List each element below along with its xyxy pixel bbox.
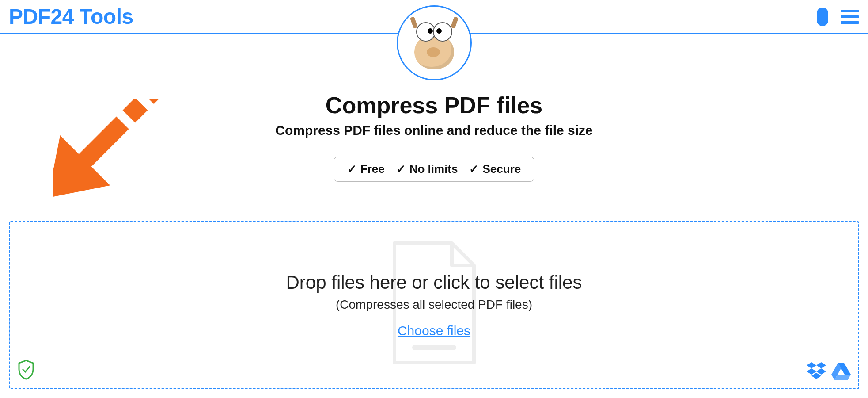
mascot-icon — [397, 5, 472, 80]
dropbox-icon[interactable] — [807, 362, 826, 382]
badge-free: Free — [347, 162, 385, 176]
account-icon[interactable] — [817, 8, 828, 26]
page-subtitle: Compress PDF files online and reduce the… — [0, 123, 868, 138]
svg-marker-5 — [807, 362, 816, 368]
svg-rect-4 — [412, 345, 456, 350]
file-dropzone[interactable]: Drop files here or click to select files… — [9, 221, 859, 389]
page-title: Compress PDF files — [0, 92, 868, 119]
security-shield-icon — [17, 360, 35, 382]
menu-icon[interactable] — [841, 10, 859, 24]
svg-marker-9 — [811, 373, 821, 379]
badge-secure: Secure — [469, 162, 521, 176]
header-actions — [817, 8, 859, 26]
logo[interactable]: PDF24 Tools — [9, 4, 133, 29]
feature-badges: Free No limits Secure — [334, 157, 534, 182]
svg-marker-8 — [816, 368, 826, 375]
dropzone-title: Drop files here or click to select files — [286, 272, 582, 293]
choose-files-link[interactable]: Choose files — [398, 323, 470, 338]
google-drive-icon[interactable] — [831, 362, 851, 382]
svg-marker-7 — [807, 368, 816, 375]
badge-no-limits: No limits — [396, 162, 458, 176]
dropzone-subtitle: (Compresses all selected PDF files) — [336, 298, 532, 312]
svg-marker-6 — [816, 362, 826, 368]
